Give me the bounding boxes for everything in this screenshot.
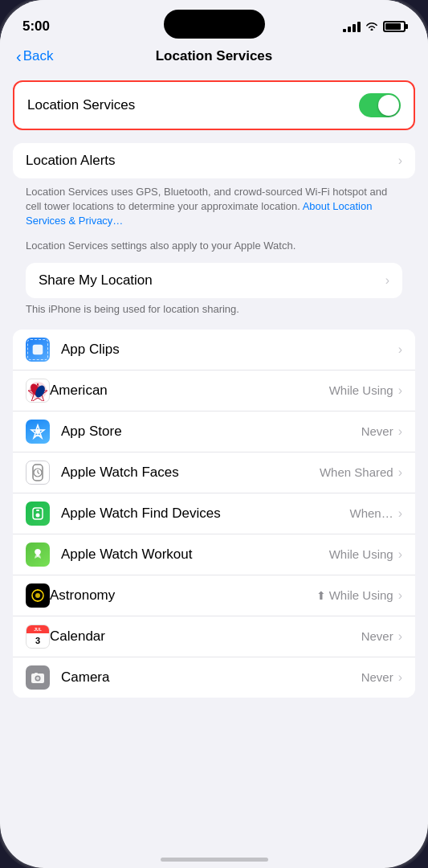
share-location-chevron-icon: ›	[385, 273, 389, 288]
app-store-name: App Store	[61, 424, 361, 440]
app-item-app-clips[interactable]: App Clips ›	[13, 330, 415, 371]
app-item-calendar[interactable]: JUL 3 Calendar Never ›	[13, 616, 415, 657]
page-title: Location Services	[156, 48, 273, 64]
apple-watch-desc: Location Services settings also apply to…	[0, 235, 428, 263]
american-chevron-icon: ›	[398, 383, 402, 398]
location-arrow-icon: ⬆	[316, 589, 326, 602]
status-icons	[343, 20, 406, 33]
svg-point-19	[36, 677, 39, 680]
app-item-apple-watch-find[interactable]: Apple Watch Find Devices When… ›	[13, 493, 415, 534]
app-item-apple-watch-workout[interactable]: Apple Watch Workout While Using ›	[13, 534, 415, 575]
apple-watch-workout-icon	[26, 542, 50, 567]
apple-watch-find-name: Apple Watch Find Devices	[61, 506, 349, 522]
content-area: Location Services Location Alerts › Loca…	[0, 71, 428, 855]
apple-watch-faces-icon	[26, 461, 50, 485]
apple-watch-find-status: When… ›	[349, 506, 402, 521]
location-alerts-label: Location Alerts	[26, 153, 116, 169]
app-item-astronomy[interactable]: Astronomy ⬆ While Using ›	[13, 575, 415, 616]
home-indicator	[161, 858, 268, 862]
calendar-icon: JUL 3	[26, 624, 50, 649]
location-services-label: Location Services	[27, 97, 135, 113]
calendar-name: Calendar	[50, 628, 361, 645]
app-clips-chevron-icon: ›	[398, 342, 402, 357]
signal-icon	[343, 22, 361, 32]
app-clips-status: ›	[395, 342, 402, 357]
astronomy-chevron-icon: ›	[398, 588, 402, 603]
app-clips-icon	[26, 338, 50, 362]
dynamic-island	[164, 10, 265, 39]
app-store-status: Never ›	[361, 424, 402, 439]
camera-name: Camera	[61, 669, 361, 686]
back-chevron-icon: ‹	[16, 47, 22, 66]
svg-rect-0	[33, 344, 43, 354]
app-item-app-store[interactable]: App Store Never ›	[13, 411, 415, 452]
app-clips-name: App Clips	[61, 342, 395, 358]
location-alerts-section: Location Alerts ›	[13, 143, 415, 178]
nav-bar: ‹ Back Location Services	[0, 42, 428, 71]
apple-watch-faces-status: When Shared ›	[320, 465, 402, 480]
location-alerts-right: ›	[395, 154, 402, 168]
location-alerts-chevron-icon: ›	[398, 154, 402, 168]
app-item-american[interactable]: American While Using ›	[13, 371, 415, 411]
astronomy-status: ⬆ While Using ›	[316, 588, 402, 603]
battery-icon	[383, 21, 406, 32]
toggle-knob	[378, 95, 399, 116]
status-time: 5:00	[22, 18, 50, 35]
app-store-chevron-icon: ›	[398, 424, 402, 439]
phone-screen: 5:00	[0, 0, 428, 868]
share-location-list: Share My Location ›	[26, 263, 402, 298]
app-store-icon	[26, 420, 50, 444]
camera-chevron-icon: ›	[398, 670, 402, 685]
astronomy-name: Astronomy	[50, 588, 316, 604]
app-list: App Clips › American	[13, 330, 415, 698]
svg-line-9	[38, 473, 39, 474]
svg-point-4	[35, 429, 40, 434]
back-label: Back	[23, 48, 54, 64]
american-name: American	[50, 383, 329, 399]
svg-point-14	[35, 593, 40, 598]
apple-watch-faces-name: Apple Watch Faces	[61, 465, 320, 481]
location-services-toggle-row[interactable]: Location Services	[13, 80, 415, 130]
apple-watch-find-chevron-icon: ›	[398, 506, 402, 521]
back-button[interactable]: ‹ Back	[16, 47, 53, 66]
svg-point-11	[36, 513, 40, 517]
calendar-chevron-icon: ›	[398, 629, 402, 644]
calendar-status: Never ›	[361, 629, 402, 644]
wifi-icon	[365, 20, 378, 33]
location-services-toggle[interactable]	[359, 93, 401, 117]
apple-watch-find-icon	[26, 502, 50, 526]
apple-watch-workout-name: Apple Watch Workout	[61, 547, 329, 563]
share-location-desc: This iPhone is being used for location s…	[13, 298, 415, 323]
phone-shell: 5:00	[0, 0, 428, 868]
app-item-camera[interactable]: Camera Never ›	[13, 657, 415, 698]
share-location-label: Share My Location	[39, 272, 153, 289]
apple-watch-workout-status: While Using ›	[329, 547, 402, 562]
american-icon	[26, 379, 50, 403]
american-status: While Using ›	[329, 383, 402, 398]
location-desc: Location Services uses GPS, Bluetooth, a…	[0, 178, 428, 235]
svg-rect-5	[35, 435, 40, 436]
apple-watch-workout-chevron-icon: ›	[398, 547, 402, 562]
svg-rect-20	[35, 673, 38, 674]
camera-status: Never ›	[361, 670, 402, 685]
apple-watch-faces-chevron-icon: ›	[398, 465, 402, 480]
location-alerts-item[interactable]: Location Alerts ›	[13, 143, 415, 178]
astronomy-icon	[26, 583, 50, 608]
camera-icon	[26, 665, 50, 690]
share-location-right: ›	[382, 273, 389, 288]
svg-rect-12	[36, 510, 39, 511]
share-location-item[interactable]: Share My Location ›	[26, 263, 402, 298]
share-my-location-section: Share My Location › This iPhone is being…	[13, 263, 415, 323]
app-item-apple-watch-faces[interactable]: Apple Watch Faces When Shared ›	[13, 452, 415, 493]
